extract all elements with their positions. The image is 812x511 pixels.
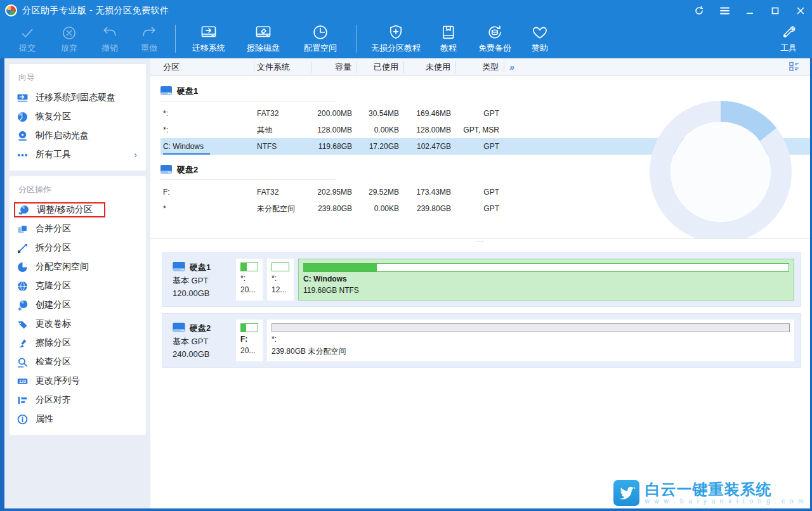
boot-disc-icon xyxy=(17,131,28,141)
refresh-icon[interactable] xyxy=(694,6,704,16)
col-filesystem[interactable]: 文件系统 xyxy=(254,61,311,73)
disk-usage-donut-chart xyxy=(648,99,794,238)
disk-meta: 基本 GPT xyxy=(173,336,232,347)
col-capacity[interactable]: 容量 xyxy=(311,61,357,73)
sidebar-item-create-partition[interactable]: 创建分区 xyxy=(17,295,141,314)
app-logo-icon xyxy=(5,4,17,16)
create-partition-icon xyxy=(17,300,28,311)
partition-block[interactable]: F: 20... xyxy=(236,320,263,361)
properties-icon xyxy=(17,414,28,425)
sidebar-item-migrate-ssd[interactable]: 迁移系统到固态硬盘 xyxy=(17,88,141,107)
volume-label-icon xyxy=(17,319,28,330)
check-icon xyxy=(19,23,36,41)
disk-map-row-2: 硬盘2 基本 GPT 240.00GB F: 20... *: 239.80GB… xyxy=(162,313,801,368)
window-title: 分区助手专业版 - 无损分区免费软件 xyxy=(22,5,169,16)
sidebar-item-allocate-free-space[interactable]: 分配空闲空间 xyxy=(17,257,141,276)
sidebar-item-change-label[interactable]: 更改卷标 xyxy=(17,314,141,333)
partition-block-unallocated[interactable]: *: 239.80GB 未分配空间 xyxy=(267,320,794,361)
sidebar-item-all-tools[interactable]: 所有工具 › xyxy=(17,145,141,164)
sidebar-item-erase-partition[interactable]: 擦除分区 xyxy=(17,333,141,353)
partition-block[interactable]: *: 20... xyxy=(236,259,263,301)
close-icon[interactable] xyxy=(796,6,806,16)
serial-number-icon: 123 xyxy=(17,376,28,387)
sidebar-item-properties[interactable]: 属性 xyxy=(17,410,141,429)
toolbar: 提交 放弃 撤销 重做 迁移系统 擦除磁盘 配置空间 无损 xyxy=(0,21,812,58)
free-backup-button[interactable]: 免费备份 xyxy=(468,22,521,55)
disk-meta: 基本 GPT xyxy=(173,275,232,287)
maximize-icon[interactable] xyxy=(770,6,780,16)
clone-partition-icon xyxy=(17,281,28,292)
app-window: 分区助手专业版 - 无损分区免费软件 提交 放弃 xyxy=(0,0,812,511)
disk-size: 120.00GB xyxy=(173,288,232,298)
sidebar-item-boot-disc[interactable]: 制作启动光盘 xyxy=(17,126,141,145)
wipe-disk-button[interactable]: 擦除磁盘 xyxy=(235,22,291,55)
toolbar-separator xyxy=(356,25,357,53)
resize-move-icon xyxy=(18,205,29,216)
col-unused[interactable]: 未使用 xyxy=(404,61,456,73)
merge-partition-icon xyxy=(17,224,28,235)
sidebar-item-clone-partition[interactable]: 克隆分区 xyxy=(17,276,141,295)
configure-space-icon xyxy=(311,23,329,41)
check-partition-icon xyxy=(17,357,28,368)
free-backup-icon xyxy=(486,23,504,41)
discard-button[interactable]: 放弃 xyxy=(48,22,90,55)
disk-map-pane: 硬盘1 基本 GPT 120.00GB *: 20... *: 12... xyxy=(150,246,810,508)
col-type[interactable]: 类型 xyxy=(456,61,504,73)
watermark-url: w w w . b a i y u n x i t o n g . c o m xyxy=(645,498,805,505)
disk-icon xyxy=(160,165,172,176)
configure-space-button[interactable]: 配置空间 xyxy=(291,22,350,55)
tutorial-button[interactable]: 教程 xyxy=(429,22,468,55)
section-title-wizard: 向导 xyxy=(18,72,141,83)
toolbar-separator xyxy=(175,25,176,53)
disk-size: 240.00GB xyxy=(173,349,232,359)
partition-block[interactable]: *: 12... xyxy=(267,259,294,301)
undo-button[interactable]: 撤销 xyxy=(90,22,129,55)
partition-block-selected[interactable]: C: Windows 119.68GB NTFS xyxy=(298,259,794,301)
migrate-ssd-icon xyxy=(17,93,28,103)
bird-logo-icon xyxy=(613,480,639,506)
disk-icon xyxy=(173,323,185,334)
col-used[interactable]: 已使用 xyxy=(357,61,404,73)
sidebar-item-recover-partition[interactable]: 恢复分区 xyxy=(17,107,141,126)
partition-tutorial-button[interactable]: 无损分区教程 xyxy=(363,22,429,55)
discard-icon xyxy=(61,23,77,41)
sidebar-item-resize-move[interactable]: 调整/移动分区 xyxy=(17,200,141,219)
sidebar-item-split-partition[interactable]: 拆分分区 xyxy=(17,238,141,257)
section-title-partition-ops: 分区操作 xyxy=(18,184,141,195)
partition-list-pane: 硬盘1 *:FAT32200.00MB30.54MB169.46MBGPT *:… xyxy=(150,76,810,238)
menu-icon[interactable] xyxy=(719,6,730,16)
undo-icon xyxy=(102,23,118,41)
commit-button[interactable]: 提交 xyxy=(6,22,48,55)
sidebar-item-change-serial[interactable]: 123 更改序列号 xyxy=(17,372,141,391)
redo-button[interactable]: 重做 xyxy=(129,22,169,55)
disk-map-row-1: 硬盘1 基本 GPT 120.00GB *: 20... *: 12... xyxy=(162,252,801,307)
align-partition-icon xyxy=(17,395,28,406)
disk-info: 硬盘2 基本 GPT 240.00GB xyxy=(169,320,232,361)
all-tools-icon xyxy=(17,150,28,160)
tutorial-icon xyxy=(440,23,457,41)
pane-splitter[interactable]: ⋯ xyxy=(150,238,810,246)
title-bar: 分区助手专业版 - 无损分区免费软件 xyxy=(0,0,812,21)
sidebar-item-merge-partition[interactable]: 合并分区 xyxy=(17,219,141,238)
migrate-system-button[interactable]: 迁移系统 xyxy=(182,22,235,55)
highlight-red-box: 调整/移动分区 xyxy=(14,202,105,217)
main-panel: 分区 文件系统 容量 已使用 未使用 类型 » 硬盘1 xyxy=(150,58,810,508)
sponsor-heart-icon xyxy=(531,23,549,41)
allocate-free-icon xyxy=(17,262,28,273)
expand-columns-icon[interactable]: » xyxy=(509,62,514,72)
sponsor-button[interactable]: 赞助 xyxy=(521,22,558,55)
sidebar-item-align-partition[interactable]: 分区对齐 xyxy=(17,391,141,410)
sidebar-item-check-partition[interactable]: 检查分区 xyxy=(17,353,141,372)
disk-info: 硬盘1 基本 GPT 120.00GB xyxy=(169,259,232,301)
disk-icon xyxy=(160,86,172,97)
tools-wrench-icon xyxy=(780,23,797,41)
migrate-system-icon xyxy=(200,23,218,41)
view-mode-icon[interactable] xyxy=(789,61,800,73)
wizard-card: 向导 迁移系统到固态硬盘 恢复分区 制作启动光盘 所有工具 › xyxy=(10,64,146,171)
chevron-right-icon: › xyxy=(134,150,137,160)
col-partition[interactable]: 分区 xyxy=(160,61,254,73)
tools-button[interactable]: 工具 xyxy=(770,22,807,55)
recover-partition-icon xyxy=(17,112,28,122)
minimize-icon[interactable] xyxy=(745,6,755,16)
split-partition-icon xyxy=(17,243,28,254)
